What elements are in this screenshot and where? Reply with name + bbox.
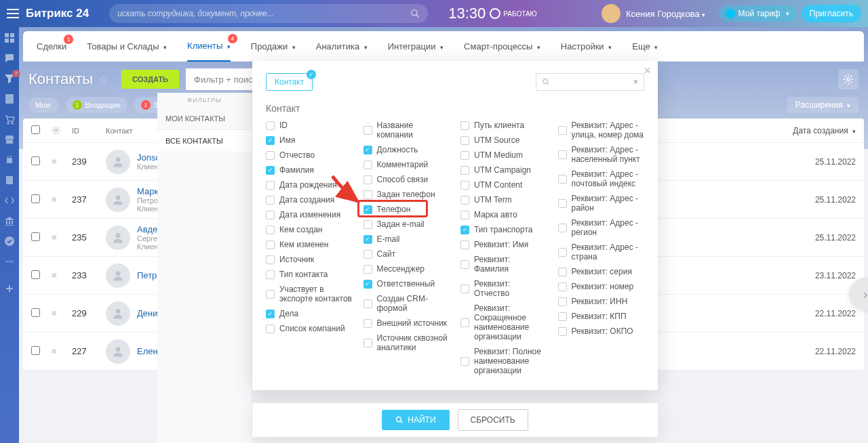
field-checkbox-item[interactable]: UTM Content <box>460 180 547 190</box>
field-checkbox-item[interactable]: Дата изменения <box>266 210 353 219</box>
settings-gear-button[interactable] <box>838 69 859 89</box>
row-menu-icon[interactable]: ≡ <box>52 270 72 280</box>
field-checkbox-item[interactable]: Реквизит: Фамилия <box>460 255 547 274</box>
row-menu-icon[interactable]: ≡ <box>52 232 72 242</box>
field-checkbox-item[interactable]: Список компаний <box>266 324 353 333</box>
username[interactable]: Ксения Городкова▾ <box>626 9 705 19</box>
android-icon[interactable] <box>4 154 15 165</box>
field-checkbox-item[interactable]: Путь клиента <box>460 121 547 130</box>
field-checkbox-item[interactable]: Комментарий <box>363 160 450 169</box>
row-checkbox[interactable] <box>31 308 40 317</box>
nav-item[interactable]: Продажи ▾ <box>251 32 296 61</box>
field-checkbox-item[interactable]: Дела <box>266 309 353 318</box>
create-button[interactable]: СОЗДАТЬ <box>121 70 179 89</box>
field-checkbox-item[interactable]: Дата рождения <box>266 180 353 190</box>
field-checkbox-item[interactable]: Реквизит: серия <box>558 267 645 276</box>
field-checkbox-item[interactable]: UTM Campaign <box>460 165 547 175</box>
global-search[interactable]: искать сотрудника, документ, прочее... <box>109 4 428 23</box>
field-checkbox-item[interactable]: Создан CRM-формой <box>363 294 450 313</box>
nav-item[interactable]: Аналитика ▾ <box>316 32 368 61</box>
gear-icon[interactable] <box>52 126 72 135</box>
work-status[interactable]: РАБОТАЮ <box>490 8 536 19</box>
field-checkbox-item[interactable]: Реквизит: Адрес - улица, номер дома <box>558 121 645 140</box>
find-button[interactable]: НАЙТИ <box>382 410 449 430</box>
col-date-header[interactable]: Дата создания ▾ <box>774 126 856 135</box>
field-checkbox-item[interactable]: Имя <box>266 135 353 145</box>
field-checkbox-item[interactable]: Реквизит: Адрес - район <box>558 194 645 213</box>
plus-icon[interactable] <box>4 283 15 294</box>
row-menu-icon[interactable]: ≡ <box>52 346 72 356</box>
clear-icon[interactable]: × <box>633 77 638 87</box>
field-checkbox-item[interactable]: Ответственный <box>363 279 450 289</box>
chat-icon[interactable] <box>4 53 15 64</box>
field-checkbox-item[interactable]: UTM Source <box>460 135 547 145</box>
field-checkbox-item[interactable]: E-mail <box>363 234 450 244</box>
field-checkbox-item[interactable]: Источник <box>266 255 353 264</box>
field-checkbox-item[interactable]: Реквизит: номер <box>558 282 645 291</box>
field-checkbox-item[interactable]: Реквизит: Адрес - почтовый индекс <box>558 169 645 188</box>
extensions-button[interactable]: Расширения ▾ <box>787 97 859 113</box>
field-checkbox-item[interactable]: Отчество <box>266 150 353 160</box>
field-checkbox-item[interactable]: Марка авто <box>460 210 547 219</box>
nav-item[interactable]: Настройки ▾ <box>561 32 612 61</box>
check-icon[interactable] <box>4 236 15 247</box>
field-checkbox-item[interactable]: Тип транспорта <box>460 225 547 234</box>
page-icon[interactable] <box>4 93 15 104</box>
field-checkbox-item[interactable]: Мессенджер <box>363 264 450 274</box>
nav-item[interactable]: Смарт-процессы ▾ <box>464 32 540 61</box>
nav-item[interactable]: Товары и Склады ▾ <box>87 32 167 61</box>
row-checkbox[interactable] <box>31 346 40 355</box>
field-checkbox-item[interactable]: Участвует в экспорте контактов <box>266 284 353 303</box>
row-checkbox[interactable] <box>31 156 40 165</box>
dots-icon[interactable] <box>4 256 15 267</box>
pill-incoming[interactable]: 1Входящие <box>66 97 127 113</box>
field-checkbox-item[interactable]: Способ связи <box>363 175 450 184</box>
bank-icon[interactable] <box>4 215 15 226</box>
menu-icon[interactable] <box>7 9 19 18</box>
row-menu-icon[interactable]: ≡ <box>52 156 72 167</box>
nav-item[interactable]: Клиенты ▾4 <box>187 31 231 62</box>
field-checkbox-item[interactable]: Реквизит: Полное наименование организаци… <box>460 347 547 375</box>
star-icon[interactable]: ☆ <box>98 73 108 86</box>
cart-icon[interactable] <box>4 114 15 125</box>
field-checkbox-item[interactable]: Задан телефон <box>363 190 450 199</box>
field-checkbox-item[interactable]: Телефон <box>363 205 450 214</box>
row-checkbox[interactable] <box>31 232 40 241</box>
field-checkbox-item[interactable]: Реквизит: КПП <box>558 312 645 321</box>
select-all-checkbox[interactable] <box>31 125 40 134</box>
field-checkbox-item[interactable]: Реквизит: ОКПО <box>558 326 645 336</box>
row-checkbox[interactable] <box>31 194 40 203</box>
field-checkbox-item[interactable]: Тип контакта <box>266 270 353 279</box>
nav-item[interactable]: Сделки1 <box>37 32 66 61</box>
store-icon[interactable] <box>4 134 15 145</box>
field-checkbox-item[interactable]: UTM Term <box>460 195 547 205</box>
field-checkbox-item[interactable]: Реквизит: Адрес - регион <box>558 218 645 237</box>
save-filter-link[interactable]: + СОХРАНИТЬ ФИЛЬТР <box>157 437 252 443</box>
field-checkbox-item[interactable]: Задан e-mail <box>363 219 450 229</box>
field-checkbox-item[interactable]: Должность <box>363 145 450 154</box>
field-checkbox-item[interactable]: Фамилия <box>266 165 353 175</box>
entity-chip[interactable]: Контакт✓ <box>266 73 313 91</box>
tariff-button[interactable]: Мой тариф▾ <box>719 5 796 22</box>
filter-preset-my[interactable]: МОИ КОНТАКТЫ <box>157 108 252 130</box>
field-checkbox-item[interactable]: Название компании <box>363 121 450 140</box>
field-checkbox-item[interactable]: Сайт <box>363 249 450 259</box>
field-checkbox-item[interactable]: Дата создания <box>266 195 353 205</box>
field-checkbox-item[interactable]: Реквизит: Отчество <box>460 279 547 298</box>
book-icon[interactable] <box>4 175 15 186</box>
nav-item[interactable]: Еще ▾ <box>632 32 658 61</box>
field-checkbox-item[interactable]: Реквизит: Адрес - страна <box>558 242 645 261</box>
nav-item[interactable]: Интеграции ▾ <box>388 32 443 61</box>
field-checkbox-item[interactable]: Источник сквозной аналитики <box>363 333 450 352</box>
field-checkbox-item[interactable]: Реквизит: Сокращенное наименование орган… <box>460 303 547 341</box>
invite-button[interactable]: Пригласить <box>802 5 861 22</box>
row-checkbox[interactable] <box>31 270 40 279</box>
field-checkbox-item[interactable]: UTM Medium <box>460 150 547 160</box>
close-icon[interactable]: × <box>644 64 651 78</box>
grid-icon[interactable] <box>4 33 15 43</box>
user-avatar[interactable] <box>601 4 620 23</box>
row-menu-icon[interactable]: ≡ <box>52 194 72 205</box>
modal-search-input[interactable]: × <box>536 73 644 91</box>
filter-preset-all[interactable]: ВСЕ КОНТАКТЫ <box>157 130 252 152</box>
field-checkbox-item[interactable]: Реквизит: Адрес - населенный пункт <box>558 145 645 164</box>
